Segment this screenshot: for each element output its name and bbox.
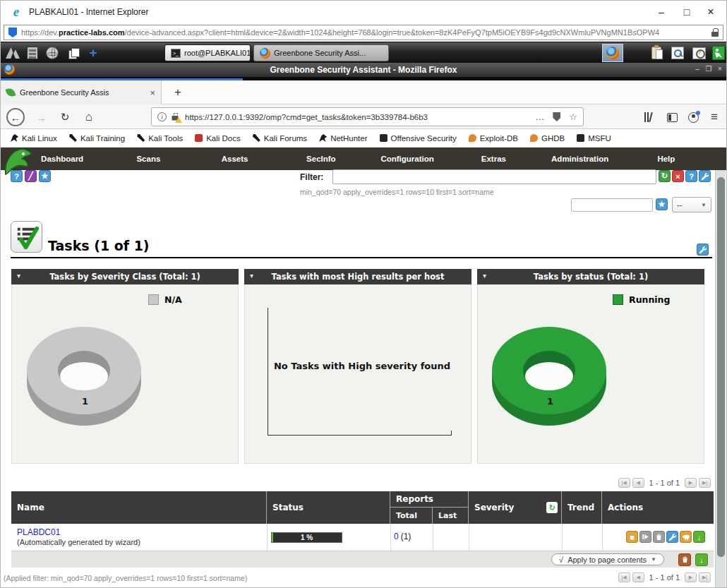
menu-configuration[interactable]: Configuration bbox=[364, 148, 450, 170]
kali-applications-menu-icon[interactable] bbox=[5, 45, 20, 61]
add-workspace-icon[interactable]: + bbox=[85, 45, 101, 61]
save-filter-button[interactable]: ★ bbox=[656, 198, 668, 210]
new-tab-button[interactable]: + bbox=[169, 83, 187, 102]
page-prev-button[interactable]: ◀ bbox=[632, 478, 644, 488]
firefox-close-button[interactable]: × bbox=[715, 65, 725, 73]
page-first-button[interactable]: |◀ bbox=[618, 478, 630, 488]
tasks-list-icon[interactable] bbox=[11, 221, 42, 253]
url-bar[interactable]: i https://127.0.0.1:9392/omp?cmd=get_tas… bbox=[151, 107, 584, 126]
column-header-last[interactable]: Last bbox=[433, 508, 469, 524]
menu-assets[interactable]: Assets bbox=[192, 148, 278, 170]
forward-button[interactable]: → bbox=[32, 108, 50, 126]
tab-greenbone[interactable]: Greenbone Security Assis × bbox=[1, 80, 162, 104]
bookmark-kali-training[interactable]: Kali Training bbox=[69, 134, 125, 143]
page-info-icon[interactable]: i bbox=[157, 112, 167, 121]
filter-preset-value: -- bbox=[677, 200, 682, 209]
task-name-link[interactable]: PLABDC01 bbox=[17, 527, 60, 537]
overrides-refresh-icon[interactable]: ↻ bbox=[546, 502, 558, 513]
trashcan-button[interactable] bbox=[653, 531, 665, 543]
edit-dashboard-button[interactable] bbox=[697, 244, 709, 256]
filter-help-button[interactable]: ? bbox=[685, 170, 697, 182]
firefox-restore-button[interactable]: ❐ bbox=[704, 65, 714, 73]
greenbone-gecko-logo[interactable] bbox=[2, 146, 35, 177]
stop-task-button[interactable]: ■ bbox=[626, 531, 638, 543]
menu-administration[interactable]: Administration bbox=[537, 148, 623, 170]
page-last-button[interactable]: ▶| bbox=[699, 572, 711, 582]
legend-swatch bbox=[148, 294, 159, 305]
insecure-lock-icon[interactable] bbox=[172, 112, 180, 121]
bookmark-kali-forums[interactable]: Kali Forums bbox=[253, 134, 307, 143]
account-button[interactable] bbox=[684, 108, 702, 126]
edit-task-button[interactable] bbox=[666, 531, 678, 543]
filter-preset-select[interactable]: -- ▼ bbox=[672, 197, 711, 212]
file-manager-icon[interactable] bbox=[25, 45, 40, 61]
export-task-button[interactable]: ↓ bbox=[693, 531, 705, 543]
bookmark-kali-docs[interactable]: Kali Docs bbox=[195, 134, 241, 143]
reports-total-link[interactable]: 0 bbox=[394, 532, 399, 541]
resume-task-button[interactable] bbox=[639, 531, 651, 543]
bookmark-msfu[interactable]: MSFU bbox=[577, 134, 611, 143]
reset-filter-button[interactable]: × bbox=[672, 170, 684, 182]
reload-button[interactable]: ↻ bbox=[56, 108, 74, 126]
column-header-trend[interactable]: Trend bbox=[562, 491, 602, 524]
bookmark-kali-tools[interactable]: Kali Tools bbox=[137, 134, 183, 143]
pocket-icon[interactable] bbox=[553, 112, 560, 121]
taskbar-terminal-button[interactable]: >_ root@PLABKALI01: ~ bbox=[164, 44, 251, 61]
edit-filter-button[interactable] bbox=[699, 170, 711, 182]
ie-minimize-button[interactable]: – bbox=[650, 4, 673, 20]
page-actions-icon[interactable]: … bbox=[535, 112, 544, 122]
bookmark-exploit-db[interactable]: Exploit-DB bbox=[469, 134, 518, 143]
menu-extras[interactable]: Extras bbox=[450, 148, 536, 170]
bookmark-star-icon[interactable]: ☆ bbox=[569, 112, 577, 122]
menu-scans[interactable]: Scans bbox=[105, 148, 191, 170]
hamburger-menu-button[interactable]: ≡ bbox=[705, 108, 723, 126]
menu-secinfo[interactable]: SecInfo bbox=[278, 148, 364, 170]
bulk-export-button[interactable]: ↓ bbox=[695, 553, 708, 566]
back-button[interactable]: ← bbox=[6, 108, 25, 126]
panel-collapse-icon[interactable]: ▾ bbox=[17, 272, 20, 280]
page-next-button[interactable]: ▶ bbox=[685, 478, 697, 488]
filter-name-input[interactable] bbox=[571, 198, 653, 212]
bookmark-offensive-security[interactable]: Offensive Security bbox=[380, 134, 457, 143]
new-filter-button[interactable]: ★ bbox=[39, 170, 51, 182]
tray-clipboard-icon[interactable] bbox=[649, 45, 664, 61]
url-text[interactable]: https://127.0.0.1:9392/omp?cmd=get_tasks… bbox=[185, 113, 530, 121]
tray-display-icon[interactable] bbox=[691, 45, 707, 61]
bookmark-label: Kali Docs bbox=[206, 134, 241, 143]
column-header-name[interactable]: Name bbox=[11, 491, 267, 524]
page-first-button[interactable]: |◀ bbox=[618, 572, 630, 582]
update-filter-button[interactable]: ↻ bbox=[659, 170, 671, 182]
taskbar-firefox-button[interactable]: Greenbone Security Assi... bbox=[253, 44, 389, 61]
bookmark-kali-linux[interactable]: Kali Linux bbox=[11, 134, 57, 143]
ie-maximize-button[interactable]: □ bbox=[675, 4, 698, 20]
ie-close-button[interactable]: × bbox=[699, 4, 722, 20]
column-header-total[interactable]: Total bbox=[390, 508, 433, 524]
library-button[interactable] bbox=[639, 108, 658, 126]
tray-logout-icon[interactable] bbox=[711, 45, 726, 61]
panel-collapse-icon[interactable]: ▾ bbox=[250, 272, 253, 280]
column-header-status[interactable]: Status bbox=[267, 491, 390, 524]
bookmark-ghdb[interactable]: GHDB bbox=[530, 134, 565, 143]
tray-screenshot-icon[interactable] bbox=[670, 45, 685, 61]
bookmark-nethunter[interactable]: NetHunter bbox=[319, 134, 367, 143]
page-last-button[interactable]: ▶| bbox=[699, 478, 711, 488]
web-browser-icon[interactable] bbox=[44, 45, 60, 61]
page-prev-button[interactable]: ◀ bbox=[632, 572, 644, 582]
ie-url-field[interactable]: https://dev.practice-labs.com/device-adv… bbox=[4, 25, 723, 40]
page-scrollbar[interactable] bbox=[715, 170, 726, 588]
panel-collapse-icon[interactable]: ▾ bbox=[483, 272, 486, 280]
clone-task-button[interactable] bbox=[680, 531, 692, 543]
firefox-tabstrip: Greenbone Security Assis × + bbox=[1, 80, 726, 104]
home-button[interactable]: ⌂ bbox=[80, 108, 98, 126]
windows-copy-icon[interactable] bbox=[66, 45, 81, 61]
page-next-button[interactable]: ▶ bbox=[685, 572, 697, 582]
sidebar-button[interactable] bbox=[663, 108, 681, 126]
firefox-minimize-button[interactable]: – bbox=[692, 65, 702, 73]
bulk-trashcan-button[interactable] bbox=[678, 553, 691, 566]
tab-close-icon[interactable]: × bbox=[150, 88, 155, 98]
scrollbar-thumb[interactable] bbox=[717, 177, 725, 557]
apply-to-select[interactable]: √ Apply to page contents ▼ bbox=[551, 553, 664, 565]
tray-firefox-slot[interactable] bbox=[602, 44, 623, 62]
menu-help[interactable]: Help bbox=[623, 148, 709, 170]
filter-input[interactable] bbox=[332, 169, 656, 184]
